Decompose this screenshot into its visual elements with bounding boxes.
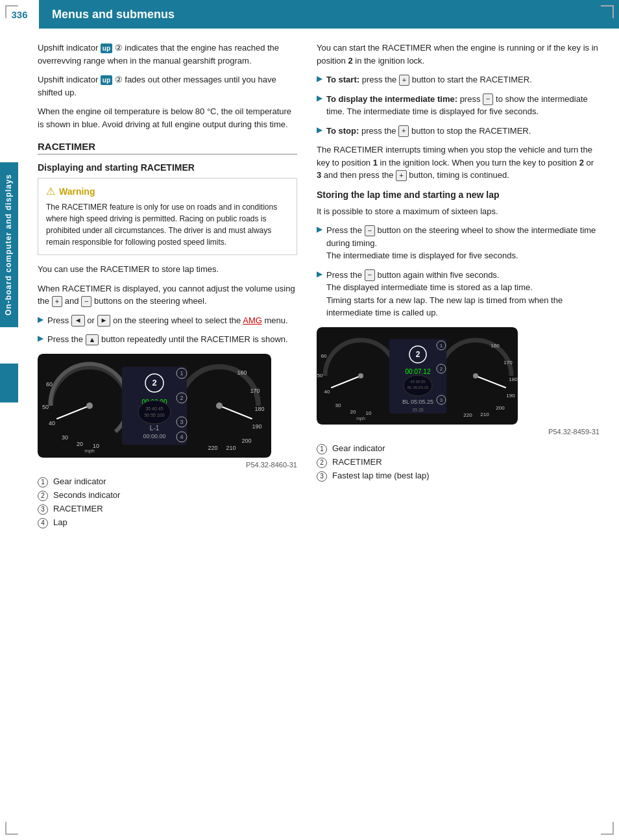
- svg-text:210: 210: [480, 412, 489, 417]
- right-column: You can start the RACETIMER when the eng…: [310, 42, 619, 534]
- plus-btn-4: +: [396, 170, 406, 181]
- svg-text:BL 05:05.25: BL 05:05.25: [402, 399, 433, 405]
- svg-text:L-1: L-1: [150, 425, 160, 432]
- svg-text:35 40 45: 35 40 45: [145, 406, 163, 411]
- svg-text:1: 1: [180, 370, 183, 377]
- para2: When RACETIMER is displayed, you cannot …: [38, 282, 297, 308]
- svg-text:20: 20: [77, 441, 83, 447]
- svg-text:3: 3: [440, 397, 443, 403]
- svg-point-8: [86, 402, 93, 409]
- right-bullet-bold-1: To start:: [326, 75, 359, 84]
- num-label-3: RACETIMER: [53, 504, 103, 513]
- right-bullet-text-2: To display the intermediate time: press …: [326, 93, 600, 118]
- para1: You can use the RACETIMER to store lap t…: [38, 263, 297, 276]
- num-label-2: Seconds indicator: [53, 490, 120, 500]
- right-num-circle-1: 1: [317, 444, 327, 454]
- right-num-item-1: 1 Gear indicator: [317, 443, 600, 454]
- svg-text:20: 20: [350, 409, 356, 415]
- page-title: Menus and submenus: [39, 8, 175, 21]
- svg-text:220: 220: [463, 412, 472, 418]
- svg-text:2: 2: [180, 395, 183, 401]
- svg-text:190: 190: [252, 423, 261, 430]
- num-circle-3: 3: [38, 504, 48, 515]
- store-bullet-2: ▶ Press the − button again within five s…: [317, 269, 600, 319]
- right-num-circle-2: 2: [317, 458, 327, 468]
- right-num-label-3: Fastest lap time (best lap): [332, 471, 430, 480]
- left-image-caption: P54.32-8460-31: [38, 461, 297, 469]
- bullet-item-1: ▶ Press ◄ or ► on the steering wheel to …: [38, 314, 297, 327]
- side-tab-label: On-board computer and displays: [0, 162, 18, 327]
- svg-point-54: [473, 373, 478, 378]
- plus-btn-3: +: [398, 125, 409, 136]
- right-bullet-2: ▶ To display the intermediate time: pres…: [317, 93, 600, 118]
- svg-text:190: 190: [506, 393, 515, 399]
- num-circle-2: 2: [38, 491, 48, 501]
- storing-sub-title: Storing the lap time and starting a new …: [317, 190, 600, 200]
- num-item-2: 2 Seconds indicator: [38, 490, 297, 501]
- minus-btn-icon: −: [81, 296, 91, 307]
- right-num-label-2: RACETIMER: [332, 457, 382, 467]
- minus-btn-2: −: [483, 93, 493, 105]
- svg-text:2: 2: [416, 350, 420, 359]
- store-bullet-text-1: Press the − button on the steering wheel…: [326, 224, 600, 262]
- svg-text:60: 60: [46, 381, 53, 388]
- svg-text:30: 30: [62, 434, 68, 441]
- bullet-item-2: ▶ Press the ▲ button repeatedly until th…: [38, 333, 297, 346]
- right-bullet-text-1: To start: press the + button to start th…: [326, 73, 600, 86]
- warning-label: Warning: [59, 186, 95, 197]
- svg-text:1: 1: [440, 343, 443, 349]
- racetimer-section-title: RACETIMER: [38, 141, 297, 154]
- dashboard-image-left: 60 50 40 30 20 10 mph 160 1: [38, 354, 297, 469]
- right-arrow-icon: ►: [97, 315, 111, 326]
- amg-label: AMG: [243, 315, 262, 325]
- svg-text:50: 50: [317, 373, 323, 378]
- right-image-caption: P54.32-8459-31: [317, 428, 600, 436]
- svg-text:200: 200: [496, 405, 505, 411]
- right-bullet-text-3: To stop: press the + button to stop the …: [326, 125, 600, 138]
- num-circle-4: 4: [38, 518, 48, 528]
- page-header: 336 Menus and submenus: [0, 0, 619, 29]
- right-bullet-arrow-2: ▶: [317, 93, 322, 103]
- side-accent-block: [0, 364, 18, 402]
- svg-text:160: 160: [491, 343, 500, 349]
- minus-btn-4: −: [365, 269, 375, 280]
- num-item-4: 4 Lap: [38, 517, 297, 528]
- svg-text:170: 170: [250, 388, 260, 394]
- svg-text:mph: mph: [356, 416, 365, 421]
- svg-text:200: 200: [241, 438, 251, 444]
- right-num-item-3: 3 Fastest lap time (best lap): [317, 471, 600, 482]
- svg-point-44: [358, 373, 363, 378]
- up-arrow-icon: ▲: [86, 334, 99, 345]
- right-intro-para: You can start the RACETIMER when the eng…: [317, 42, 600, 67]
- svg-text:60: 60: [321, 353, 327, 359]
- dashboard-svg-left: 60 50 40 30 20 10 mph 160 1: [38, 354, 271, 458]
- bullet-arrow-1: ▶: [38, 315, 43, 324]
- displaying-sub-title: Displaying and starting RACETIMER: [38, 162, 297, 173]
- plus-btn-2: +: [399, 75, 409, 86]
- warning-text: The RACETIMER feature is only for use on…: [46, 201, 289, 248]
- main-content: Upshift indicator up ② indicates that th…: [0, 29, 619, 534]
- right-num-item-2: 2 RACETIMER: [317, 457, 600, 468]
- right-num-label-1: Gear indicator: [332, 443, 385, 453]
- svg-text:30: 30: [335, 402, 341, 408]
- intro-para-2: Upshift indicator up ② fades out other m…: [38, 73, 297, 99]
- bullet-text-2: Press the ▲ button repeatedly until the …: [47, 333, 297, 346]
- svg-text:50: 50: [42, 404, 49, 410]
- dashboard-image-right: 60 50 40 30 20 10 mph 160 170 180 190: [317, 327, 600, 436]
- right-bullet-arrow-1: ▶: [317, 74, 322, 83]
- para-store: It is possible to store a maximum of six…: [317, 205, 600, 218]
- num-label-1: Gear indicator: [53, 476, 106, 486]
- corner-mark-bl: [5, 822, 18, 835]
- svg-text:BL 05.05.25: BL 05.05.25: [407, 386, 429, 389]
- store-bullet-1: ▶ Press the − button on the steering whe…: [317, 224, 600, 262]
- warning-box: ⚠ Warning The RACETIMER feature is only …: [38, 178, 297, 255]
- store-bullet-arrow-1: ▶: [317, 225, 322, 234]
- svg-text:170: 170: [504, 360, 513, 365]
- up-indicator-1: up: [101, 43, 112, 53]
- bullet-arrow-2: ▶: [38, 334, 43, 343]
- svg-text:35  25: 35 25: [412, 408, 424, 412]
- svg-text:40: 40: [49, 420, 55, 426]
- svg-text:mph: mph: [84, 448, 95, 454]
- intro-para-3: When the engine oil temperature is below…: [38, 105, 297, 130]
- bullet-text-1: Press ◄ or ► on the steering wheel to se…: [47, 314, 297, 327]
